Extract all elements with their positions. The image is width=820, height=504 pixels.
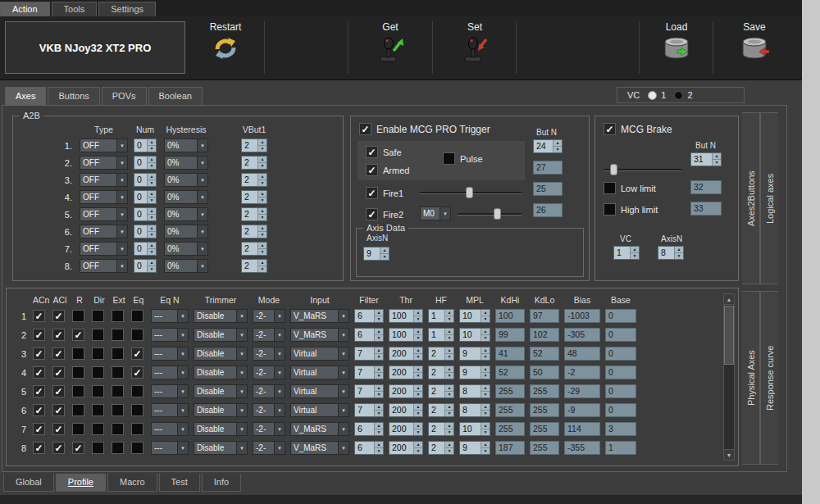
- tab-buttons[interactable]: Buttons: [48, 87, 99, 105]
- a2b-num-spinner[interactable]: 0▲▼: [134, 156, 157, 170]
- dir-checkbox[interactable]: [92, 442, 104, 454]
- scroll-down-icon[interactable]: ▼: [724, 449, 734, 460]
- brake-axisn-spinner[interactable]: 8▲▼: [658, 246, 684, 260]
- a2b-type-select[interactable]: OFF▼: [80, 173, 128, 187]
- mode-select[interactable]: -2-▼: [253, 422, 285, 436]
- spinner-arrows-icon[interactable]: ▲▼: [257, 243, 266, 255]
- a2b-num-spinner[interactable]: 0▲▼: [134, 259, 157, 273]
- a2b-type-select[interactable]: OFF▼: [80, 207, 128, 221]
- axisn-spinner[interactable]: 9▲▼: [363, 247, 390, 261]
- acl-checkbox[interactable]: ✓: [52, 366, 65, 379]
- hf-spinner[interactable]: 2▲▼: [428, 347, 454, 361]
- a2b-hysteresis-select[interactable]: 0%▼: [164, 173, 208, 187]
- spinner-arrows-icon[interactable]: ▲▼: [481, 310, 490, 322]
- input-select[interactable]: V_MaRS▼: [290, 422, 349, 436]
- a2b-hysteresis-select[interactable]: 0%▼: [164, 190, 208, 204]
- spinner-arrows-icon[interactable]: ▲▼: [374, 366, 383, 379]
- r-checkbox[interactable]: [72, 404, 84, 416]
- a2b-vbut-spinner[interactable]: 2▲▼: [241, 190, 267, 204]
- tab-axes[interactable]: Axes: [5, 87, 46, 105]
- input-select[interactable]: V_MaRS▼: [290, 441, 349, 455]
- acl-checkbox[interactable]: ✓: [52, 385, 65, 397]
- spinner-arrows-icon[interactable]: ▲▼: [444, 310, 453, 322]
- a2b-hysteresis-select[interactable]: 0%▼: [164, 207, 208, 221]
- r-checkbox[interactable]: [72, 366, 84, 379]
- spinner-arrows-icon[interactable]: ▲▼: [147, 191, 156, 203]
- a2b-vbut-spinner[interactable]: 2▲▼: [241, 138, 267, 152]
- a2b-num-spinner[interactable]: 0▲▼: [134, 173, 157, 187]
- brake-slider[interactable]: [604, 164, 682, 175]
- spinner-arrows-icon[interactable]: ▲▼: [374, 347, 383, 360]
- r-checkbox[interactable]: ✓: [72, 442, 84, 454]
- mpl-spinner[interactable]: 8▲▼: [459, 384, 490, 398]
- spinner-arrows-icon[interactable]: ▲▼: [413, 385, 422, 397]
- spinner-arrows-icon[interactable]: ▲▼: [374, 442, 383, 454]
- ext-checkbox[interactable]: [112, 442, 124, 454]
- eqn-select[interactable]: ---▼: [151, 366, 189, 379]
- input-select[interactable]: Virtual▼: [290, 347, 349, 361]
- thr-spinner[interactable]: 200▲▼: [389, 366, 423, 379]
- a2b-type-select[interactable]: OFF▼: [80, 242, 128, 256]
- slider-thumb[interactable]: [466, 187, 473, 198]
- mode-select[interactable]: -2-▼: [253, 403, 285, 417]
- a2b-hysteresis-select[interactable]: 0%▼: [164, 259, 208, 273]
- dir-checkbox[interactable]: [92, 366, 104, 379]
- dir-checkbox[interactable]: [92, 423, 104, 435]
- dir-checkbox[interactable]: [92, 329, 104, 341]
- enable-mcg-trigger-checkbox[interactable]: ✓ Enable MCG PRO Trigger: [359, 123, 490, 135]
- bottom-tab-test[interactable]: Test: [159, 474, 200, 492]
- mpl-spinner[interactable]: 10▲▼: [459, 328, 490, 342]
- spinner-arrows-icon[interactable]: ▲▼: [147, 174, 156, 186]
- slider-thumb[interactable]: [494, 208, 501, 220]
- spinner-arrows-icon[interactable]: ▲▼: [374, 404, 383, 416]
- eq-checkbox[interactable]: [131, 329, 144, 341]
- acl-checkbox[interactable]: ✓: [52, 310, 65, 322]
- spinner-arrows-icon[interactable]: ▲▼: [147, 139, 156, 152]
- acn-checkbox[interactable]: ✓: [33, 442, 45, 454]
- eq-checkbox[interactable]: [131, 423, 144, 435]
- thr-spinner[interactable]: 100▲▼: [389, 328, 423, 342]
- spinner-arrows-icon[interactable]: ▲▼: [712, 153, 721, 166]
- eq-checkbox[interactable]: [131, 442, 144, 454]
- spinner-arrows-icon[interactable]: ▲▼: [380, 247, 389, 260]
- filter-spinner[interactable]: 6▲▼: [354, 441, 384, 455]
- spinner-arrows-icon[interactable]: ▲▼: [413, 442, 422, 454]
- spinner-arrows-icon[interactable]: ▲▼: [147, 208, 156, 220]
- filter-spinner[interactable]: 7▲▼: [354, 403, 384, 417]
- fire2-slider[interactable]: [458, 208, 522, 220]
- ext-checkbox[interactable]: [112, 329, 124, 341]
- hf-spinner[interactable]: 2▲▼: [428, 384, 454, 398]
- acn-checkbox[interactable]: ✓: [33, 423, 45, 435]
- r-checkbox[interactable]: ✓: [72, 329, 84, 341]
- a2b-num-spinner[interactable]: 0▲▼: [134, 242, 157, 256]
- a2b-type-select[interactable]: OFF▼: [80, 225, 128, 238]
- menu-tab-action[interactable]: Action: [0, 2, 50, 16]
- a2b-type-select[interactable]: OFF▼: [80, 190, 128, 204]
- ext-checkbox[interactable]: [112, 404, 124, 416]
- spinner-arrows-icon[interactable]: ▲▼: [444, 329, 453, 341]
- hf-spinner[interactable]: 1▲▼: [428, 328, 454, 342]
- spinner-arrows-icon[interactable]: ▲▼: [257, 174, 266, 186]
- filter-spinner[interactable]: 6▲▼: [354, 328, 384, 342]
- eq-checkbox[interactable]: ✓: [131, 366, 144, 379]
- spinner-arrows-icon[interactable]: ▲▼: [481, 442, 490, 454]
- a2b-hysteresis-select[interactable]: 0%▼: [164, 156, 208, 170]
- side-tab-response-curve[interactable]: Response curve: [760, 291, 778, 465]
- filter-spinner[interactable]: 6▲▼: [354, 309, 384, 323]
- spinner-arrows-icon[interactable]: ▲▼: [147, 243, 156, 255]
- eqn-select[interactable]: ---▼: [151, 422, 189, 436]
- hf-spinner[interactable]: 1▲▼: [428, 309, 454, 323]
- mpl-spinner[interactable]: 9▲▼: [459, 366, 490, 379]
- spinner-arrows-icon[interactable]: ▲▼: [481, 385, 490, 397]
- hf-spinner[interactable]: 2▲▼: [428, 403, 454, 417]
- acn-checkbox[interactable]: ✓: [33, 310, 45, 322]
- safe-butn-spinner[interactable]: 24▲▼: [533, 139, 563, 153]
- fire2-mode-select[interactable]: M0▼: [420, 207, 451, 220]
- side-tab-axes2buttons[interactable]: Axes2Buttons: [742, 112, 760, 284]
- mpl-spinner[interactable]: 10▲▼: [459, 422, 490, 436]
- input-select[interactable]: V_MaRS▼: [290, 309, 349, 323]
- spinner-arrows-icon[interactable]: ▲▼: [257, 260, 266, 272]
- spinner-arrows-icon[interactable]: ▲▼: [481, 347, 490, 360]
- high-limit-checkbox[interactable]: High limit: [604, 203, 658, 216]
- eqn-select[interactable]: ---▼: [151, 403, 189, 417]
